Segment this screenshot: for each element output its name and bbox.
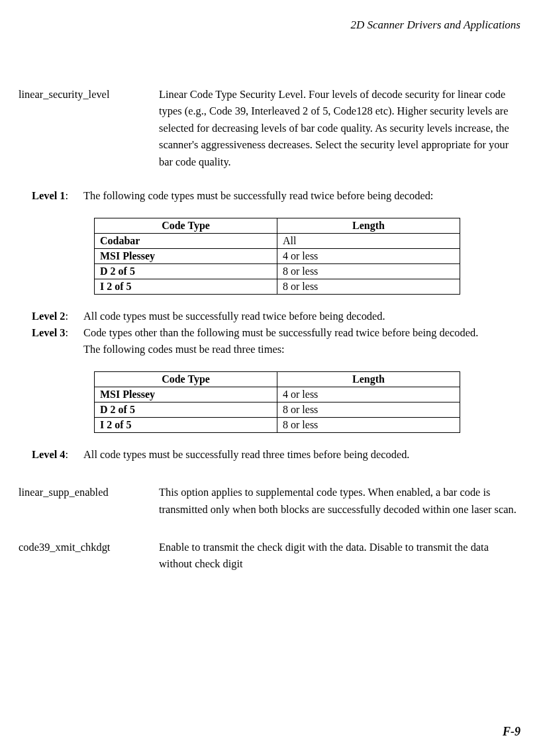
page-number: F-9 xyxy=(503,725,520,739)
table-row: CodabarAll xyxy=(95,233,460,248)
table-row: MSI Plessey4 or less xyxy=(95,387,460,402)
code-table-level3: Code Type Length MSI Plessey4 or less D … xyxy=(94,371,460,433)
level-desc: Code types other than the following must… xyxy=(83,324,520,358)
level-desc: All code types must be successfully read… xyxy=(83,446,520,463)
code-table-level1: Code Type Length CodabarAll MSI Plessey4… xyxy=(94,218,460,295)
param-name: linear_supp_enabled xyxy=(19,484,159,518)
level-3: Level 3: Code types other than the follo… xyxy=(32,324,520,358)
level-4: Level 4: All code types must be successf… xyxy=(32,446,520,463)
running-header: 2D Scanner Drivers and Applications xyxy=(19,19,520,32)
param-linear-security-level: linear_security_level Linear Code Type S… xyxy=(19,86,520,170)
level-label: Level 1: xyxy=(32,187,83,204)
table-row: D 2 of 58 or less xyxy=(95,402,460,417)
table-header-row: Code Type Length xyxy=(95,218,460,233)
col-header-length: Length xyxy=(277,371,460,387)
table-row: I 2 of 58 or less xyxy=(95,417,460,432)
page: 2D Scanner Drivers and Applications line… xyxy=(0,0,543,756)
level-2: Level 2: All code types must be successf… xyxy=(32,308,520,324)
param-desc: This option applies to supplemental code… xyxy=(159,484,520,518)
level-desc: All code types must be successfully read… xyxy=(83,308,520,324)
table-row: MSI Plessey4 or less xyxy=(95,248,460,263)
col-header-type: Code Type xyxy=(95,371,277,387)
col-header-type: Code Type xyxy=(95,218,277,233)
param-desc: Linear Code Type Security Level. Four le… xyxy=(159,86,520,170)
security-levels: Level 1: The following code types must b… xyxy=(19,187,520,463)
col-header-length: Length xyxy=(277,218,460,233)
table-header-row: Code Type Length xyxy=(95,371,460,387)
level-label: Level 3: xyxy=(32,324,83,358)
table-row: I 2 of 58 or less xyxy=(95,279,460,294)
param-code39-xmit-chkdgt: code39_xmit_chkdgt Enable to transmit th… xyxy=(19,539,520,573)
level-label: Level 4: xyxy=(32,446,83,463)
param-linear-supp-enabled: linear_supp_enabled This option applies … xyxy=(19,484,520,518)
level-label: Level 2: xyxy=(32,308,83,324)
level-1: Level 1: The following code types must b… xyxy=(32,187,520,204)
param-name: linear_security_level xyxy=(19,86,159,170)
param-name: code39_xmit_chkdgt xyxy=(19,539,159,573)
level-desc: The following code types must be success… xyxy=(83,187,520,204)
param-desc: Enable to transmit the check digit with … xyxy=(159,539,520,573)
table-row: D 2 of 58 or less xyxy=(95,263,460,279)
